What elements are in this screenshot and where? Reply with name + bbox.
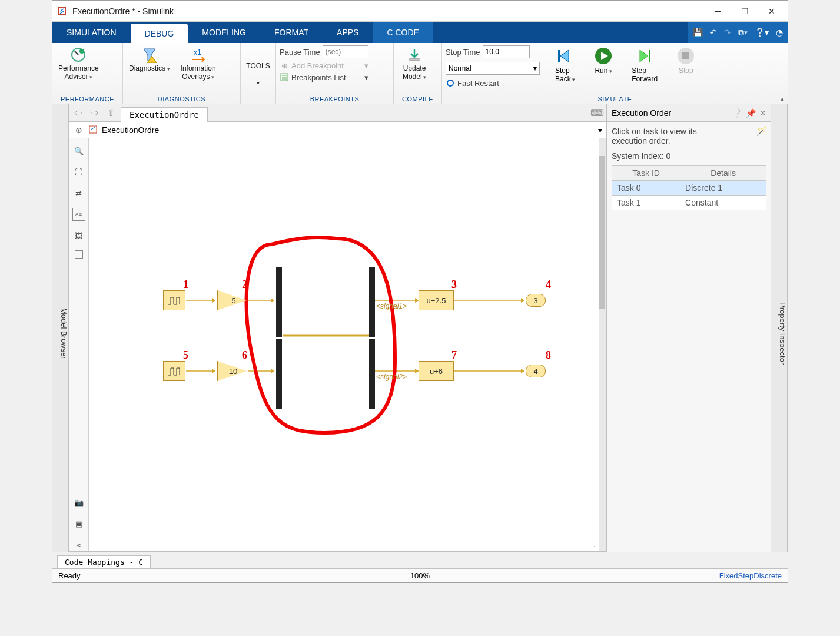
exec-hint: Click on task to view its execution orde… [612, 127, 766, 145]
box-icon[interactable] [75, 250, 83, 259]
order-3: 3 [451, 279, 457, 291]
maximize-button[interactable]: ☐ [731, 2, 758, 21]
bottom-tab-strip: Code Mappings - C [52, 552, 788, 568]
breakpoint-add-icon: ⊕ [280, 61, 289, 70]
more-icon[interactable]: ◔ [776, 28, 783, 37]
diagnostics-button[interactable]: ! Diagnostics [127, 45, 172, 74]
status-bar: Ready 100% FixedStepDiscrete [52, 568, 788, 582]
stop-time-input[interactable] [483, 45, 530, 58]
task-row-0[interactable]: Task 0 Discrete 1 [612, 181, 766, 196]
keyboard-icon[interactable]: ⌨ [590, 107, 603, 120]
annotation-icon[interactable]: A≡ [72, 208, 85, 221]
nav-up-icon[interactable]: ⇧ [104, 107, 117, 120]
fast-restart-button[interactable]: Fast Restart [446, 78, 540, 88]
order-2: 2 [242, 279, 247, 291]
performance-advisor-button[interactable]: Performance Advisor [56, 45, 101, 82]
canvas-palette: 🔍 ⛶ ⇄ A≡ 🖼 📷 ▣ « [69, 138, 89, 551]
collapse-palette-icon[interactable]: « [72, 538, 85, 551]
zoom-tool-icon[interactable]: 🔍 [72, 144, 85, 157]
add-breakpoint-button[interactable]: ⊕ Add Breakpoint ▾ [280, 61, 368, 70]
help-icon[interactable]: ❔▾ [755, 28, 769, 37]
pulse-generator-2[interactable] [163, 361, 185, 381]
simulation-mode-select[interactable]: Normal▾ [446, 62, 540, 75]
favorites-icon[interactable]: ⧉▾ [738, 28, 748, 38]
model-tab[interactable]: ExecutionOrdre [121, 107, 208, 122]
tab-modeling[interactable]: MODELING [188, 22, 260, 43]
redo-icon[interactable]: ↷ [724, 28, 731, 37]
system-index: System Index: 0 [612, 151, 766, 161]
camera-icon[interactable]: 📷 [72, 496, 85, 509]
order-5: 5 [183, 349, 188, 362]
bus-selector-bottom[interactable] [369, 339, 375, 409]
resize-grip-icon[interactable]: ⋰ [592, 544, 597, 550]
tab-format[interactable]: FORMAT [260, 22, 323, 43]
zoom-level[interactable]: 100% [410, 571, 430, 580]
stop-icon [676, 47, 695, 65]
exec-help-icon[interactable]: 🪄 [756, 127, 766, 136]
help-icon[interactable]: ❔ [732, 108, 742, 118]
pause-time-label: Pause Time [280, 48, 320, 57]
task-row-1[interactable]: Task 1 Constant [612, 196, 766, 210]
close-panel-icon[interactable]: ✕ [759, 108, 766, 118]
svg-rect-13 [89, 126, 97, 133]
col-task-id[interactable]: Task ID [612, 166, 680, 181]
code-mappings-tab[interactable]: Code Mappings - C [57, 555, 151, 568]
update-model-button[interactable]: Update Model [397, 45, 431, 82]
breadcrumb-text[interactable]: ExecutionOrdre [102, 125, 159, 135]
step-forward-icon [635, 47, 654, 65]
svg-rect-0 [58, 8, 65, 15]
outport-1[interactable]: 3 [526, 294, 546, 307]
bus-creator-top[interactable] [276, 267, 282, 337]
save-icon[interactable]: 💾 [693, 28, 703, 37]
bus-creator-bottom[interactable] [276, 339, 282, 409]
workspace: Model Browser ⇦ ⇨ ⇧ ExecutionOrdre ⌨ ⊛ E… [52, 104, 788, 552]
main-tab-strip: SIMULATION DEBUG MODELING FORMAT APPS C … [52, 22, 788, 43]
nav-back-icon[interactable]: ⇦ [71, 107, 84, 120]
nav-fwd-icon[interactable]: ⇨ [88, 107, 101, 120]
minimize-button[interactable]: ─ [704, 2, 731, 21]
model-canvas[interactable]: 1 5 2 <signal1> u+2.5 3 3 4 5 10 6 [89, 138, 606, 551]
property-inspector-tab[interactable]: Property Inspector [771, 104, 788, 552]
gain-1[interactable]: 5 [217, 290, 247, 310]
collapse-ribbon-icon[interactable]: ▴ [781, 95, 784, 102]
fcn-2[interactable]: u+6 [419, 361, 454, 381]
model-browser-tab[interactable]: Model Browser [52, 104, 69, 552]
close-button[interactable]: ✕ [758, 2, 785, 21]
tools-dropdown[interactable]: TOOLS ▾ [241, 61, 275, 87]
tab-c-code[interactable]: C CODE [373, 22, 433, 43]
simulink-window: ExecutionOrdre * - Simulink ─ ☐ ✕ SIMULA… [52, 0, 788, 583]
arrows-icon[interactable]: ⇄ [72, 187, 85, 200]
gain-2[interactable]: 10 [217, 361, 247, 381]
step-forward-button[interactable]: Step Forward [628, 45, 661, 84]
stop-button[interactable]: Stop [673, 45, 699, 76]
pause-time-input[interactable] [323, 45, 368, 58]
crumb-dropdown-icon[interactable]: ▾ [598, 125, 602, 135]
gauge-icon [70, 47, 87, 63]
app-icon [57, 6, 68, 16]
solver-label[interactable]: FixedStepDiscrete [719, 571, 782, 580]
col-details[interactable]: Details [680, 166, 766, 181]
step-back-button[interactable]: Step Back [552, 45, 579, 84]
pulse-generator-1[interactable] [163, 290, 185, 310]
tab-simulation[interactable]: SIMULATION [52, 22, 131, 43]
library-icon[interactable]: ▣ [72, 517, 85, 530]
outport-2[interactable]: 4 [526, 365, 546, 377]
overlay-icon: x1 [190, 47, 207, 63]
image-icon[interactable]: 🖼 [72, 229, 85, 242]
run-button[interactable]: Run [590, 45, 616, 76]
information-overlays-button[interactable]: x1 Information Overlays [178, 45, 218, 82]
vscrollbar[interactable] [599, 138, 606, 551]
bus-selector-top[interactable] [369, 267, 375, 337]
enter-icon[interactable]: ⊛ [72, 124, 85, 137]
undo-icon[interactable]: ↶ [710, 28, 717, 37]
svg-rect-12 [682, 52, 689, 59]
fit-icon[interactable]: ⛶ [72, 165, 85, 178]
tab-debug[interactable]: DEBUG [131, 24, 188, 43]
canvas-column: ⇦ ⇨ ⇧ ExecutionOrdre ⌨ ⊛ ExecutionOrdre … [69, 104, 606, 552]
pin-icon[interactable]: 📌 [746, 108, 756, 118]
tab-apps[interactable]: APPS [323, 22, 373, 43]
fcn-1[interactable]: u+2.5 [419, 290, 454, 310]
order-4: 4 [546, 279, 551, 291]
breadcrumb-row: ⊛ ExecutionOrdre ▾ [69, 122, 606, 138]
breakpoints-list-button[interactable]: Breakpoints List ▾ [280, 72, 368, 82]
